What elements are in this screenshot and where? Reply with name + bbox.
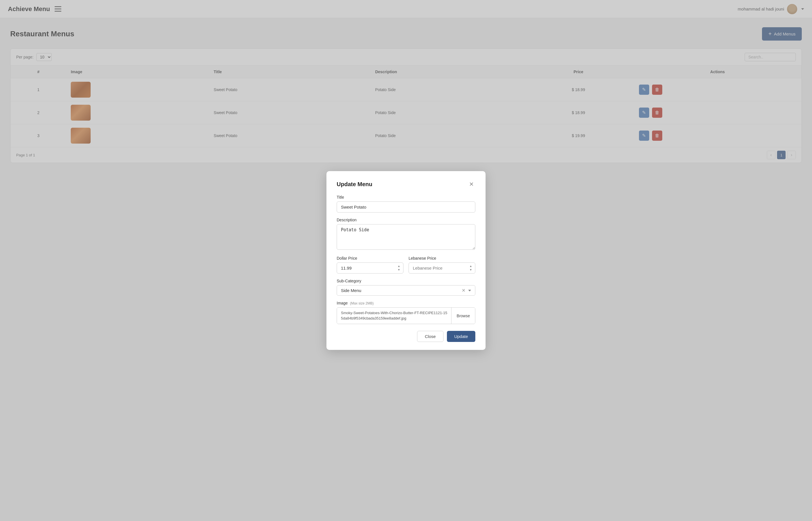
subcategory-field-group: Sub-Category Side Menu ✕ <box>337 279 475 296</box>
lebanese-price-input[interactable] <box>409 263 475 274</box>
image-field-group: Image (Max size 2MB) Smoky-Sweet-Potatoe… <box>337 301 475 324</box>
modal-footer: Close Update <box>337 331 475 342</box>
dollar-price-input[interactable] <box>337 263 403 274</box>
subcategory-chevron-icon <box>468 290 471 291</box>
lebanese-price-down[interactable]: ▼ <box>469 268 473 272</box>
close-button[interactable]: Close <box>417 331 443 342</box>
lebanese-price-label: Lebanese Price <box>409 256 475 260</box>
dollar-price-group: Dollar Price ▲ ▼ <box>337 256 403 274</box>
subcategory-value: Side Menu <box>341 288 460 293</box>
image-label-note: (Max size 2MB) <box>350 301 373 305</box>
image-input-wrap: Smoky-Sweet-Potatoes-With-Chorizo-Butter… <box>337 307 475 324</box>
dollar-price-input-wrap: ▲ ▼ <box>337 263 403 274</box>
image-filename: Smoky-Sweet-Potatoes-With-Chorizo-Butter… <box>337 308 451 323</box>
dollar-price-label: Dollar Price <box>337 256 403 260</box>
lebanese-price-spinners: ▲ ▼ <box>469 265 473 272</box>
description-field-group: Description Potato Side <box>337 218 475 251</box>
lebanese-price-input-wrap: ▲ ▼ <box>409 263 475 274</box>
dollar-price-up[interactable]: ▲ <box>397 265 401 268</box>
dollar-price-down[interactable]: ▼ <box>397 268 401 272</box>
title-input[interactable] <box>337 202 475 212</box>
dollar-price-spinners: ▲ ▼ <box>397 265 401 272</box>
description-label: Description <box>337 218 475 222</box>
subcategory-label: Sub-Category <box>337 279 475 283</box>
browse-button[interactable]: Browse <box>451 308 475 323</box>
title-label: Title <box>337 195 475 200</box>
modal-close-button[interactable]: ✕ <box>467 180 475 188</box>
subcategory-clear-button[interactable]: ✕ <box>460 288 467 293</box>
image-label: Image (Max size 2MB) <box>337 301 475 305</box>
modal-overlay[interactable]: Update Menu ✕ Title Description Potato S… <box>0 0 812 521</box>
lebanese-price-group: Lebanese Price ▲ ▼ <box>409 256 475 274</box>
update-menu-modal: Update Menu ✕ Title Description Potato S… <box>326 171 486 349</box>
modal-title: Update Menu <box>337 181 372 187</box>
description-input[interactable]: Potato Side <box>337 224 475 250</box>
price-row: Dollar Price ▲ ▼ Lebanese Price ▲ ▼ <box>337 256 475 274</box>
update-button[interactable]: Update <box>447 331 475 342</box>
title-field-group: Title <box>337 195 475 212</box>
lebanese-price-up[interactable]: ▲ <box>469 265 473 268</box>
subcategory-select[interactable]: Side Menu ✕ <box>337 285 475 296</box>
modal-header: Update Menu ✕ <box>337 180 475 188</box>
